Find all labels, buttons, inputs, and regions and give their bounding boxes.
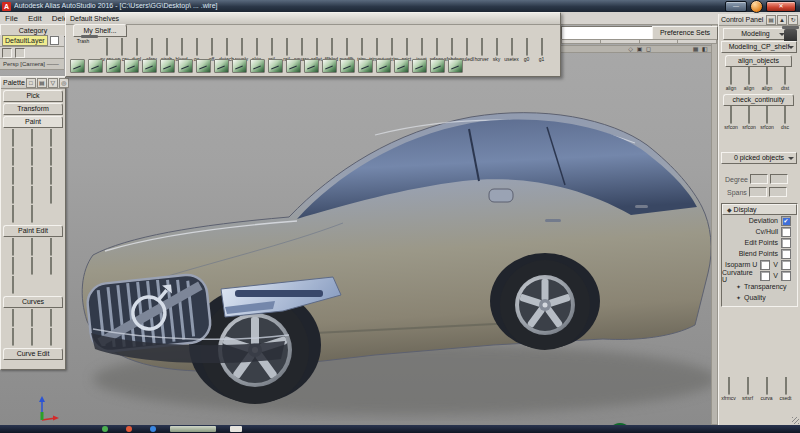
align-tool[interactable]: dtst xyxy=(776,67,794,91)
layer-options-icon[interactable] xyxy=(15,48,25,58)
curves-tool[interactable]: nw cos xyxy=(22,328,41,347)
car-model[interactable] xyxy=(75,83,715,421)
spans-field-1[interactable] xyxy=(749,187,767,197)
continuity-tool[interactable]: srfcon xyxy=(722,106,740,130)
picked-objects-dropdown[interactable]: 0 picked objects xyxy=(721,152,797,164)
cp-bottom-tool[interactable]: xfrmcv xyxy=(719,377,738,401)
deviation-checkbox[interactable]: ✔ xyxy=(781,216,791,226)
shelf-tool[interactable]: g0 xyxy=(519,38,534,62)
isoparm-v-checkbox[interactable] xyxy=(781,260,791,270)
continuity-tool[interactable]: srfcon xyxy=(740,106,758,130)
shelf-tool-icon[interactable] xyxy=(412,59,427,73)
align-tool[interactable]: align xyxy=(758,67,776,91)
spans-field-2[interactable] xyxy=(769,187,787,197)
paint-tool[interactable]: insfp xyxy=(22,186,41,205)
shelf-tool[interactable]: horver xyxy=(474,38,489,62)
tab-curve-edit[interactable]: Curve Edit xyxy=(3,348,63,360)
layer-lock-icon[interactable] xyxy=(2,48,12,58)
paint-tool[interactable]: pdift xyxy=(3,148,22,167)
shelf-tab-slot[interactable] xyxy=(561,39,601,44)
viewport-toolbar-icon[interactable]: ▣ xyxy=(635,46,644,52)
shelf-tool-icon[interactable] xyxy=(124,59,139,73)
control-panel-window-button[interactable]: ↻ xyxy=(788,15,798,25)
tab-paint-edit[interactable]: Paint Edit xyxy=(3,225,63,237)
paint-tool[interactable]: flood xyxy=(22,167,41,186)
panel-splitter[interactable] xyxy=(711,24,718,425)
shelf-tool[interactable]: g1 xyxy=(534,38,549,62)
edit-points-checkbox[interactable] xyxy=(781,238,791,248)
shelf-tool-icon[interactable] xyxy=(286,59,301,73)
shelf-tab-slot[interactable] xyxy=(678,39,717,44)
paint-tool[interactable]: ink xyxy=(22,129,41,148)
display-header[interactable]: ◆ Display xyxy=(722,204,797,215)
shelf-tool-icon[interactable] xyxy=(160,59,175,73)
palette-titlebar[interactable]: Palette □▤▽◎ xyxy=(1,77,65,89)
paint-edit-tool[interactable]: chmp xyxy=(3,257,22,276)
paint-tool[interactable]: airft xyxy=(41,129,60,148)
paint-tool[interactable]: shpn xyxy=(3,167,22,186)
paint-edit-tool[interactable]: defm xyxy=(22,238,41,257)
shelf-tool-icon[interactable] xyxy=(340,59,355,73)
curves-tool[interactable]: text xyxy=(41,328,60,347)
taskbar-app-icon[interactable] xyxy=(126,426,132,432)
paint-edit-tool[interactable]: shpn xyxy=(22,257,41,276)
continuity-tool[interactable]: srfcon xyxy=(758,106,776,130)
paint-edit-tool[interactable]: nw in xyxy=(41,257,60,276)
shelf-tool-icon[interactable] xyxy=(358,59,373,73)
restore-button[interactable] xyxy=(750,0,763,13)
paint-tool[interactable]: wand xyxy=(3,186,22,205)
shelf-tool-icon[interactable] xyxy=(430,59,445,73)
shelf-titlebar[interactable]: Default Shelves xyxy=(66,13,560,25)
tab-transform[interactable]: Transform xyxy=(3,103,63,115)
control-panel-window-button[interactable]: ▤ xyxy=(766,15,776,25)
palette-window-button[interactable]: ◎ xyxy=(59,78,69,88)
shelf-tab-slot[interactable] xyxy=(601,39,640,44)
tab-paint[interactable]: Paint xyxy=(3,116,63,128)
isoparm-u-checkbox[interactable] xyxy=(760,260,770,270)
shelf-tool-icon[interactable] xyxy=(88,59,103,73)
paint-tool[interactable]: bysol xyxy=(41,167,60,186)
tab-align-objects[interactable]: align_objects xyxy=(725,55,792,67)
paint-tool[interactable]: mdsym xyxy=(3,205,22,224)
menu-item[interactable]: File xyxy=(0,14,23,23)
shelf-tool-icon[interactable] xyxy=(322,59,337,73)
shelf-tool-icon[interactable] xyxy=(250,59,265,73)
viewport-toolbar-icon[interactable]: ◧ xyxy=(700,46,709,52)
curves-tool[interactable]: kgtbv xyxy=(3,328,22,347)
viewport-toolbar-icon[interactable]: ◇ xyxy=(626,46,635,52)
continuity-tool[interactable]: dsc xyxy=(776,106,794,130)
cp-shelf-dropdown[interactable]: Modeling_CP_shelf xyxy=(721,41,797,53)
shelf-tool-icon[interactable] xyxy=(106,59,121,73)
transparency-section[interactable]: ✦ Transparency xyxy=(722,281,797,292)
paint-tool[interactable]: ersft xyxy=(41,148,60,167)
shelf-tool[interactable]: sky xyxy=(489,38,504,62)
viewport-toolbar-icon[interactable]: ▦ xyxy=(691,46,700,52)
control-panel-titlebar[interactable]: Control Panel ▤▲↻ xyxy=(719,14,800,26)
paint-tool[interactable]: pencil xyxy=(3,129,22,148)
shelf-tool-icon[interactable] xyxy=(376,59,391,73)
palette-window-button[interactable]: ▽ xyxy=(48,78,58,88)
modeling-dropdown[interactable]: Modeling xyxy=(723,28,788,40)
curvature-v-checkbox[interactable] xyxy=(781,271,791,281)
cp-bottom-tool[interactable]: srtsrf xyxy=(738,377,757,401)
minimize-button[interactable]: — xyxy=(725,1,747,12)
control-panel-window-button[interactable]: ▲ xyxy=(777,15,787,25)
paint-edit-tool[interactable]: warp xyxy=(41,238,60,257)
align-tool[interactable]: align xyxy=(722,67,740,91)
paint-tool[interactable]: color xyxy=(22,205,41,224)
preference-sets-button[interactable]: Preference Sets xyxy=(652,26,718,40)
shelf-tool-icon[interactable] xyxy=(232,59,247,73)
shelf-tool-icon[interactable] xyxy=(178,59,193,73)
paint-edit-tool[interactable]: clsyr xyxy=(3,238,22,257)
degree-field-1[interactable] xyxy=(750,174,768,184)
shelf-tool-icon[interactable] xyxy=(448,59,463,73)
curves-tool[interactable]: blend xyxy=(41,309,60,328)
palette-window-button[interactable]: ▤ xyxy=(37,78,47,88)
shelf-tab-slot[interactable] xyxy=(640,39,679,44)
degree-field-2[interactable] xyxy=(770,174,788,184)
shelf-tool-icon[interactable] xyxy=(304,59,319,73)
tab-pick[interactable]: Pick xyxy=(3,90,63,102)
taskbar-app-icon[interactable] xyxy=(150,426,156,432)
paint-tool[interactable]: felt xyxy=(22,148,41,167)
cvhull-checkbox[interactable] xyxy=(781,227,791,237)
